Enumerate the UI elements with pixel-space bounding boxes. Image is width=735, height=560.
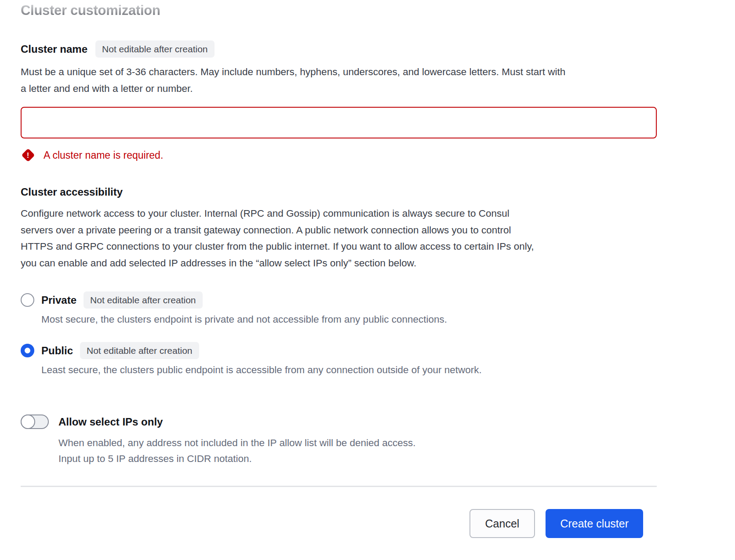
- cluster-name-helper: Must be a unique set of 3-36 characters.…: [21, 64, 657, 97]
- footer-divider: [21, 486, 657, 487]
- public-description: Least secure, the clusters public endpoi…: [41, 364, 657, 376]
- private-description: Most secure, the clusters endpoint is pr…: [41, 314, 657, 325]
- cluster-name-section: Cluster name Not editable after creation…: [21, 40, 657, 162]
- cluster-customization-form: Cluster customization Cluster name Not e…: [0, 0, 735, 538]
- cluster-accessibility-section: Cluster accessibility Configure network …: [21, 186, 657, 466]
- not-editable-badge: Not editable after creation: [80, 342, 199, 359]
- create-cluster-button[interactable]: Create cluster: [546, 509, 643, 538]
- allow-ips-toggle[interactable]: [21, 415, 49, 429]
- cluster-name-error: ! A cluster name is required.: [21, 148, 657, 162]
- cluster-accessibility-description: Configure network access to your cluster…: [21, 205, 657, 271]
- page-title: Cluster customization: [21, 3, 160, 18]
- form-actions: Cancel Create cluster: [21, 509, 657, 538]
- option-private: Private Not editable after creation Most…: [21, 291, 657, 325]
- private-radio[interactable]: [21, 293, 34, 307]
- error-message: A cluster name is required.: [44, 149, 163, 161]
- public-radio[interactable]: [21, 344, 34, 357]
- alert-diamond-icon: !: [21, 148, 35, 162]
- toggle-knob-icon: [21, 415, 35, 429]
- cancel-button[interactable]: Cancel: [469, 509, 535, 538]
- option-public: Public Not editable after creation Least…: [21, 342, 657, 376]
- public-radio-label: Public: [41, 345, 73, 357]
- not-editable-badge: Not editable after creation: [84, 291, 202, 309]
- allow-ips-block: Allow select IPs only When enabled, any …: [21, 415, 657, 466]
- cluster-name-input[interactable]: [21, 107, 657, 138]
- cluster-name-label: Cluster name: [21, 43, 87, 55]
- allow-ips-description: When enabled, any address not included i…: [58, 435, 657, 466]
- private-radio-label: Private: [41, 294, 76, 306]
- cluster-accessibility-heading: Cluster accessibility: [21, 186, 657, 198]
- allow-ips-label: Allow select IPs only: [58, 416, 163, 428]
- not-editable-badge: Not editable after creation: [95, 40, 214, 58]
